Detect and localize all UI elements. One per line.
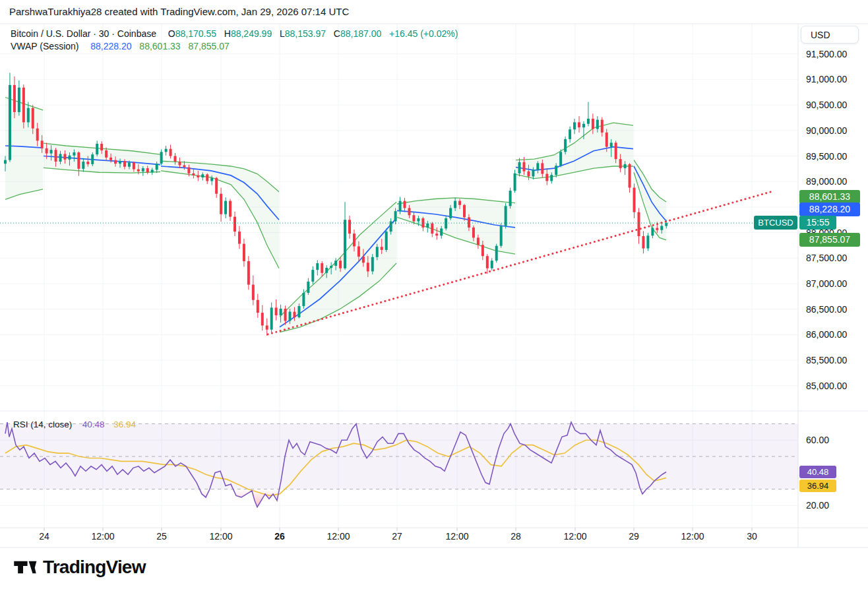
time-axis-label: 12:00 — [681, 531, 704, 542]
currency-toggle-button[interactable]: USD — [801, 26, 859, 44]
price-axis-label: 86,000.00 — [806, 328, 847, 341]
high-value: 88,249.99 — [231, 28, 272, 39]
rsi-axis-label: 60.00 — [806, 433, 829, 447]
change-value: +16.45 (+0.02%) — [389, 28, 458, 39]
vwap-legend: VWAP (Session) 88,228.20 88,601.33 87,85… — [11, 41, 230, 51]
price-axis-label: 91,500.00 — [806, 47, 847, 61]
time-axis-label: 25 — [156, 531, 167, 542]
time-axis-label: 12:00 — [91, 531, 114, 542]
rsi-params: (14, close) — [30, 420, 72, 429]
bar-countdown-badge: 15:55 — [799, 216, 836, 230]
price-axis-label: 90,000.00 — [806, 124, 847, 137]
price-axis-label: 87,000.00 — [806, 277, 847, 290]
rsi-legend: RSI (14, close) 40.48 36.94 — [13, 420, 136, 429]
rsi-value-badge: 40.48 — [799, 466, 836, 478]
price-axis-label: 85,000.00 — [806, 379, 847, 392]
snapshot-title: ParshwaTurakhiya28 created with TradingV… — [9, 6, 349, 17]
tradingview-logo[interactable]: TradingView — [12, 555, 146, 580]
time-axis-label: 27 — [392, 531, 402, 542]
price-axis-label: 90,500.00 — [806, 98, 847, 111]
tradingview-logo-icon — [12, 555, 37, 580]
price-axis-label: 89,000.00 — [806, 175, 847, 188]
open-value: 88,170.55 — [175, 28, 216, 39]
vwap-upper-value: 88,601.33 — [139, 41, 180, 51]
time-axis-label: 28 — [511, 531, 521, 542]
time-axis-label: 12:00 — [563, 531, 586, 542]
time-axis-label: 30 — [747, 531, 757, 542]
high-label: H — [224, 28, 231, 39]
price-axis-label: 91,000.00 — [806, 73, 847, 86]
symbol-legend: Bitcoin / U.S. Dollar · 30 · Coinbase O8… — [11, 28, 458, 39]
exchange-label: Coinbase — [117, 28, 156, 39]
vwap-mid-value: 88,228.20 — [90, 41, 131, 51]
symbol-name[interactable]: Bitcoin / U.S. Dollar — [11, 28, 90, 39]
vwap-label: VWAP (Session) — [11, 41, 78, 51]
symbol-price-badge: BTCUSD — [754, 216, 797, 230]
time-axis-label: 24 — [39, 531, 49, 542]
rsi-axis-label: 20.00 — [806, 499, 829, 512]
low-value: 88,153.97 — [285, 28, 326, 39]
vwap-upper-badge: 88,601.33 — [799, 190, 860, 204]
low-label: L — [280, 28, 285, 39]
interval-label: 30 — [99, 28, 109, 39]
price-axis-label: 85,500.00 — [806, 354, 847, 367]
vwap-lower-badge: 87,855.07 — [799, 233, 860, 247]
price-axis-label: 86,500.00 — [806, 303, 847, 316]
time-axis-label: 26 — [274, 531, 285, 542]
rsi-ma-value-badge: 36.94 — [799, 480, 836, 492]
time-axis-label: 29 — [629, 531, 639, 542]
time-axis-label: 12:00 — [326, 531, 350, 542]
rsi-ma-value: 36.94 — [113, 420, 136, 429]
close-value: 88,187.00 — [340, 28, 381, 39]
rsi-value: 40.48 — [82, 420, 105, 429]
chart-canvas[interactable] — [0, 0, 868, 593]
price-axis-label: 89,500.00 — [806, 150, 847, 163]
time-axis-label: 12:00 — [209, 531, 232, 542]
vwap-mid-badge: 88,228.20 — [799, 203, 860, 216]
vwap-lower-value: 87,855.07 — [188, 41, 229, 51]
price-axis-label: 87,500.00 — [806, 251, 847, 265]
open-label: O — [168, 28, 175, 39]
close-label: C — [334, 28, 340, 39]
time-axis-label: 12:00 — [445, 531, 468, 542]
tradingview-snapshot: ParshwaTurakhiya28 created with TradingV… — [0, 0, 868, 593]
rsi-title: RSI — [13, 420, 28, 429]
tradingview-logo-text: TradingView — [43, 557, 146, 578]
